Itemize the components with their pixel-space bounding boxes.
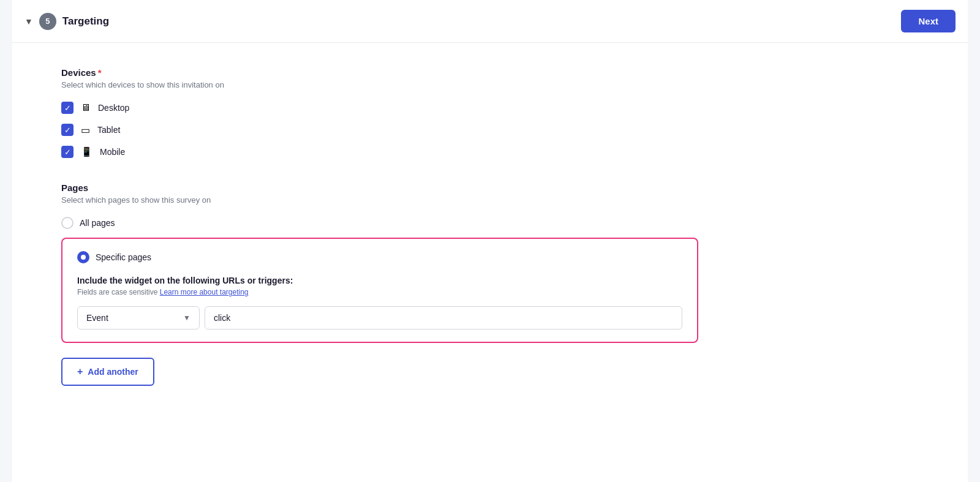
devices-label: Devices* — [61, 67, 931, 78]
tablet-label: Tablet — [97, 125, 120, 135]
widget-urls-section: Include the widget on the following URLs… — [77, 276, 682, 329]
step-badge: 5 — [39, 13, 56, 30]
header-bar: ▼ 5 Targeting Next — [12, 0, 968, 43]
main-content: Devices* Select which devices to show th… — [12, 43, 968, 482]
all-pages-label: All pages — [80, 218, 115, 228]
widget-urls-desc: Fields are case sensitive Learn more abo… — [77, 288, 682, 296]
devices-checkbox-group: ✓ 🖥 Desktop ✓ ▭ Tablet ✓ — [61, 102, 931, 158]
checkbox-desktop[interactable]: ✓ — [61, 102, 74, 114]
pages-label: Pages — [61, 183, 931, 193]
desktop-label: Desktop — [98, 103, 129, 113]
url-row: Event ▼ — [77, 306, 682, 329]
specific-pages-container: Specific pages Include the widget on the… — [61, 238, 698, 343]
chevron-icon[interactable]: ▼ — [24, 17, 33, 26]
pages-description: Select which pages to show this survey o… — [61, 195, 931, 205]
page-title: Targeting — [62, 15, 109, 28]
checkmark-mobile: ✓ — [64, 148, 71, 156]
specific-pages-header: Specific pages — [77, 251, 682, 263]
event-select[interactable]: Event ▼ — [77, 306, 200, 329]
checkbox-item-mobile[interactable]: ✓ 📱 Mobile — [61, 146, 931, 158]
checkbox-tablet[interactable]: ✓ — [61, 124, 74, 136]
next-button[interactable]: Next — [901, 10, 956, 32]
specific-pages-label: Specific pages — [96, 252, 151, 262]
devices-section: Devices* Select which devices to show th… — [61, 67, 931, 158]
add-another-button[interactable]: + Add another — [61, 358, 154, 386]
learn-more-link[interactable]: Learn more about targeting — [160, 288, 249, 296]
plus-icon: + — [77, 366, 83, 377]
checkbox-item-desktop[interactable]: ✓ 🖥 Desktop — [61, 102, 931, 114]
pages-radio-group: All pages Specific pages Include the wid… — [61, 217, 931, 343]
pages-section: Pages Select which pages to show this su… — [61, 183, 931, 343]
add-another-label: Add another — [88, 367, 138, 377]
select-arrow-icon: ▼ — [183, 314, 190, 322]
widget-urls-title: Include the widget on the following URLs… — [77, 276, 682, 285]
header-left: ▼ 5 Targeting — [24, 13, 109, 30]
required-star: * — [98, 67, 102, 78]
page-wrapper: ▼ 5 Targeting Next Devices* Select which… — [12, 0, 968, 482]
radio-specific-pages[interactable] — [77, 251, 89, 263]
mobile-label: Mobile — [100, 147, 125, 157]
radio-all-pages[interactable] — [61, 217, 74, 229]
checkmark-tablet: ✓ — [64, 126, 71, 134]
url-input[interactable] — [205, 306, 682, 329]
mobile-icon: 📱 — [81, 146, 92, 157]
checkbox-item-tablet[interactable]: ✓ ▭ Tablet — [61, 124, 931, 136]
tablet-icon: ▭ — [81, 124, 90, 136]
checkmark-desktop: ✓ — [64, 104, 71, 112]
checkbox-mobile[interactable]: ✓ — [61, 146, 74, 158]
radio-item-all-pages[interactable]: All pages — [61, 217, 931, 229]
devices-description: Select which devices to show this invita… — [61, 80, 931, 89]
desktop-icon: 🖥 — [81, 102, 91, 113]
event-select-value: Event — [86, 313, 108, 323]
